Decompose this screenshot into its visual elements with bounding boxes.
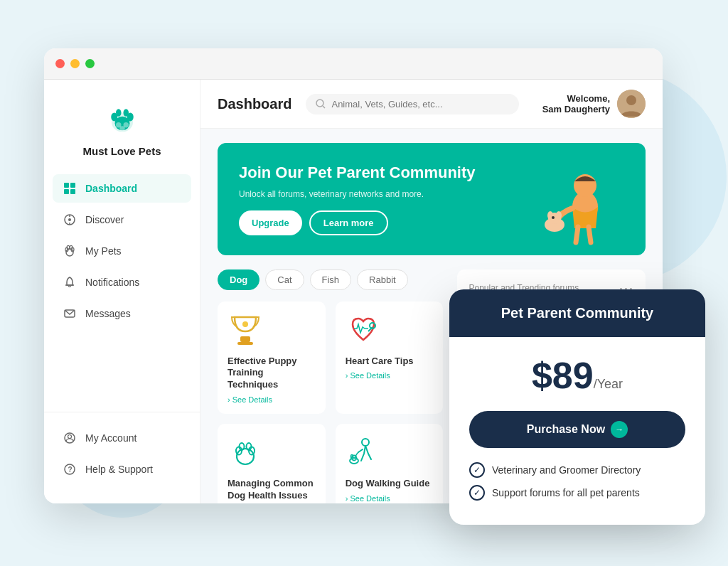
purchase-button[interactable]: Purchase Now → xyxy=(469,411,685,448)
sidebar-item-dashboard[interactable]: Dashboard xyxy=(53,174,191,203)
svg-text:?: ? xyxy=(68,466,73,474)
purchase-button-label: Purchase Now xyxy=(527,423,605,436)
article-title-heart: Heart Care Tips xyxy=(346,356,434,368)
svg-point-10 xyxy=(68,218,71,221)
sidebar-label-notifications: Notifications xyxy=(85,277,139,288)
feature-list: ✓ Veterinary and Groomer Directory ✓ Sup… xyxy=(469,462,685,501)
pricing-header: Pet Parent Community xyxy=(449,289,705,337)
sidebar-item-notifications[interactable]: Notifications xyxy=(53,268,191,297)
sidebar-item-discover[interactable]: Discover xyxy=(53,205,191,234)
logo-text: Must Love Pets xyxy=(82,145,161,157)
svg-point-21 xyxy=(68,435,72,439)
tab-fish[interactable]: Fish xyxy=(310,269,352,290)
welcome-text: Welcome, Sam Daugherty xyxy=(542,93,610,114)
article-card-puppy-training[interactable]: Effective Puppy Training Techniques › Se… xyxy=(218,301,326,415)
svg-point-13 xyxy=(66,249,73,256)
svg-point-5 xyxy=(123,109,129,117)
promo-banner: Join Our Pet Parent Community Unlock all… xyxy=(218,143,646,255)
search-icon xyxy=(316,99,326,109)
pricing-card: Pet Parent Community $89/Year Purchase N… xyxy=(449,289,705,525)
left-col: Dog Cat Fish Rabbit xyxy=(218,269,443,503)
paw-logo-icon xyxy=(101,97,144,139)
pricing-title: Pet Parent Community xyxy=(469,305,685,321)
avatar xyxy=(617,90,646,118)
price-amount: $89 xyxy=(532,355,594,396)
tab-dog[interactable]: Dog xyxy=(218,269,259,290)
tab-cat[interactable]: Cat xyxy=(265,269,304,290)
sidebar-label-messages: Messages xyxy=(85,308,131,319)
svg-point-24 xyxy=(316,100,323,107)
article-card-heart-care[interactable]: Heart Care Tips › See Details xyxy=(336,301,444,415)
sidebar-item-help-support[interactable]: ? Help & Support xyxy=(53,455,191,484)
purchase-arrow-icon: → xyxy=(611,421,628,438)
trophy-icon xyxy=(228,311,263,347)
article-card-dog-walk[interactable]: Dog Walking Guide › See Details xyxy=(336,424,444,503)
svg-point-37 xyxy=(242,321,248,327)
traffic-light-yellow[interactable] xyxy=(70,59,80,68)
sidebar: Must Love Pets Dashboard xyxy=(44,80,200,503)
logo-area: Must Love Pets xyxy=(44,97,200,157)
sidebar-item-messages[interactable]: Messages xyxy=(53,299,191,328)
see-details-puppy[interactable]: › See Details xyxy=(228,395,316,404)
traffic-light-green[interactable] xyxy=(85,59,95,68)
feature-item-0: ✓ Veterinary and Groomer Directory xyxy=(469,462,685,478)
svg-line-25 xyxy=(323,106,325,108)
header-title: Dashboard xyxy=(218,96,291,112)
article-title-dog-walk: Dog Walking Guide xyxy=(346,478,434,490)
my-account-icon xyxy=(63,431,77,445)
pricing-body: $89/Year Purchase Now → ✓ Veterinary and… xyxy=(449,337,705,525)
learn-more-button[interactable]: Learn more xyxy=(309,210,388,235)
svg-point-47 xyxy=(362,439,369,446)
see-details-heart[interactable]: › See Details xyxy=(346,371,434,380)
feature-item-1: ✓ Support forums for all pet parents xyxy=(469,485,685,501)
discover-icon xyxy=(63,213,77,227)
banner-actions: Upgrade Learn more xyxy=(239,210,624,235)
svg-rect-35 xyxy=(240,336,250,342)
user-name: Sam Daugherty xyxy=(542,104,610,114)
header: Dashboard Welcome, Sam Daugherty xyxy=(200,80,663,129)
sidebar-label-help-support: Help & Support xyxy=(85,464,153,475)
svg-point-8 xyxy=(119,126,125,132)
banner-subtitle: Unlock all forums, veterinary networks a… xyxy=(239,189,624,199)
article-card-dog-health[interactable]: Managing Common Dog Health Issues › See … xyxy=(218,424,326,503)
article-title-puppy: Effective Puppy Training Techniques xyxy=(228,356,316,392)
price-display: $89/Year xyxy=(469,354,685,397)
search-bar[interactable] xyxy=(306,94,519,114)
sidebar-label-discover: Discover xyxy=(85,214,124,225)
heart-care-icon xyxy=(346,311,381,347)
sidebar-item-my-pets[interactable]: My Pets xyxy=(53,237,191,265)
sidebar-label-my-pets: My Pets xyxy=(85,245,122,257)
search-input[interactable] xyxy=(331,99,509,110)
check-icon-1: ✓ xyxy=(469,485,485,501)
nav-items: Dashboard Discover xyxy=(44,174,200,412)
svg-point-27 xyxy=(626,95,636,105)
my-pets-icon xyxy=(63,244,77,258)
category-tabs: Dog Cat Fish Rabbit xyxy=(218,269,443,290)
sidebar-item-my-account[interactable]: My Account xyxy=(53,424,191,452)
dashboard-icon xyxy=(63,181,77,196)
welcome-label: Welcome, xyxy=(542,93,610,104)
svg-rect-36 xyxy=(237,342,253,345)
article-grid: Effective Puppy Training Techniques › Se… xyxy=(218,301,443,503)
user-area: Welcome, Sam Daugherty xyxy=(542,90,646,118)
dog-walk-icon xyxy=(346,434,381,469)
help-icon: ? xyxy=(63,462,77,476)
sidebar-label-dashboard: Dashboard xyxy=(85,183,137,194)
traffic-light-red[interactable] xyxy=(55,59,65,68)
feature-text-0: Veterinary and Groomer Directory xyxy=(492,464,641,476)
article-title-dog-health: Managing Common Dog Health Issues xyxy=(228,478,316,502)
see-details-dog-walk[interactable]: › See Details xyxy=(346,494,434,503)
title-bar xyxy=(44,48,663,80)
notifications-icon xyxy=(63,275,77,289)
paw-plus-icon xyxy=(228,434,263,469)
messages-icon xyxy=(63,306,77,321)
banner-text: Join Our Pet Parent Community Unlock all… xyxy=(239,163,624,235)
sidebar-label-my-account: My Account xyxy=(85,432,136,444)
svg-point-4 xyxy=(116,109,122,117)
sidebar-bottom: My Account ? Help & Support xyxy=(44,412,200,486)
feature-text-1: Support forums for all pet parents xyxy=(492,487,640,498)
upgrade-button[interactable]: Upgrade xyxy=(239,210,302,235)
banner-title: Join Our Pet Parent Community xyxy=(239,163,624,183)
price-period: /Year xyxy=(594,377,623,391)
tab-rabbit[interactable]: Rabbit xyxy=(357,269,408,290)
